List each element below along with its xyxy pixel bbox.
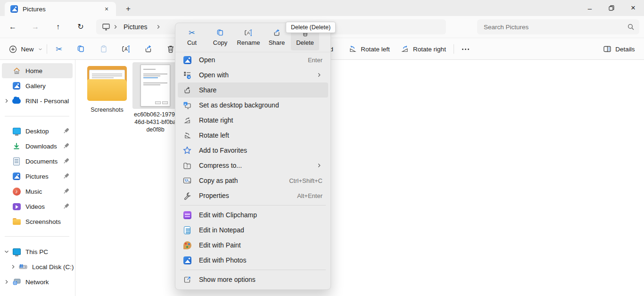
close-button[interactable]: × — [622, 0, 644, 16]
toolbar-separator — [47, 44, 47, 54]
context-menu-item-rotate-left[interactable]: Rotate left — [178, 128, 328, 143]
forward-button[interactable]: → — [28, 19, 43, 34]
rotate-left-label: Rotate left — [361, 46, 390, 53]
breadcrumb-chevron-icon[interactable] — [155, 24, 162, 30]
new-button-label: New — [21, 46, 33, 53]
rotate-left-icon — [348, 45, 357, 53]
copy-as-path-icon — [183, 176, 191, 185]
explorer-tab[interactable]: Pictures × — [5, 2, 116, 16]
drive-icon — [19, 263, 27, 271]
context-menu-item-edit-with-photos[interactable]: Edit with Photos — [178, 253, 328, 268]
file-label-line: de0f8b — [129, 126, 182, 133]
sidebar-item-music[interactable]: ♪ Music — [2, 184, 73, 199]
rotate-left-icon — [183, 131, 191, 140]
sidebar-item-documents[interactable]: Documents — [2, 154, 73, 169]
context-menu-item-compress-to[interactable]: Compress to... — [178, 158, 328, 173]
tab-close-icon[interactable]: × — [102, 4, 111, 14]
details-label: Details — [615, 46, 635, 53]
context-menu-item-edit-with-clipchamp[interactable]: Edit with Clipchamp — [178, 207, 328, 222]
context-menu-item-edit-with-paint[interactable]: Edit with Paint — [178, 238, 328, 253]
pin-icon — [62, 188, 70, 195]
menu-rename-button[interactable]: A Rename — [234, 25, 263, 50]
folder-label: Screenshots — [84, 106, 130, 114]
sidebar-item-this-pc[interactable]: This PC — [2, 244, 73, 259]
paint-icon — [183, 241, 191, 249]
context-menu-item-share[interactable]: Share — [178, 82, 328, 98]
context-menu: ✂ Cut Copy A Rename Share Delete Open — [175, 23, 331, 290]
sidebar-item-pictures[interactable]: Pictures — [2, 169, 73, 184]
rename-button[interactable]: A — [118, 41, 134, 57]
sidebar-item-home[interactable]: Home — [2, 63, 73, 78]
pin-icon — [62, 203, 70, 210]
context-menu-item-rotate-right[interactable]: Rotate right — [178, 113, 328, 128]
menu-cut-button[interactable]: ✂ Cut — [178, 25, 206, 50]
desktop-background-icon — [183, 101, 191, 109]
rotate-right-button[interactable]: Rotate right — [397, 41, 449, 57]
context-menu-item-copy-as-path[interactable]: Copy as path Ctrl+Shift+C — [178, 173, 328, 188]
breadcrumb-pictures[interactable]: Pictures — [121, 23, 150, 31]
sidebar-item-screenshots[interactable]: Screenshots — [2, 214, 73, 229]
chevron-right-icon — [10, 263, 17, 270]
folder-tile-screenshots[interactable]: Screenshots — [84, 66, 130, 114]
network-icon — [12, 278, 21, 286]
file-label-line: ec60b062-1979- — [129, 111, 182, 118]
pictures-tab-icon — [10, 5, 18, 13]
sidebar-item-gallery[interactable]: Gallery — [2, 78, 73, 93]
breadcrumb-chevron-icon — [112, 24, 119, 30]
share-icon — [144, 45, 153, 53]
context-menu-item-open[interactable]: Open Enter — [178, 52, 328, 67]
sidebar-item-desktop[interactable]: Desktop — [2, 123, 73, 139]
restore-button[interactable] — [601, 0, 622, 16]
context-menu-item-show-more-options[interactable]: Show more options — [178, 272, 328, 287]
search-box — [477, 19, 639, 34]
new-tab-button[interactable]: + — [123, 3, 134, 15]
menu-copy-button[interactable]: Copy — [206, 25, 234, 50]
search-input[interactable] — [484, 24, 627, 31]
share-button[interactable] — [140, 41, 157, 57]
rotate-right-label: Rotate right — [413, 46, 446, 53]
more-options-button[interactable] — [458, 41, 472, 57]
chevron-down-icon — [3, 248, 10, 255]
file-tile-image[interactable]: ec60b062-1979- 46d-b431-bf0ba de0f8b — [132, 62, 178, 133]
sidebar: Home Gallery RINI - Personal Desktop Dow… — [0, 60, 75, 296]
details-pane-icon — [603, 45, 611, 53]
search-icon[interactable] — [627, 23, 635, 31]
context-menu-item-edit-in-notepad[interactable]: Edit in Notepad — [178, 222, 328, 238]
sidebar-item-local-disk-c[interactable]: Local Disk (C:) — [2, 259, 73, 274]
onedrive-icon — [12, 97, 21, 105]
up-button[interactable]: ↑ — [50, 19, 66, 34]
desktop-icon — [12, 127, 21, 135]
context-menu-item-properties[interactable]: Properties Alt+Enter — [178, 188, 328, 203]
copy-icon — [77, 45, 85, 53]
forward-icon: → — [32, 23, 39, 31]
paste-icon — [99, 45, 108, 53]
context-menu-item-set-as-desktop-background[interactable]: Set as desktop background — [178, 98, 328, 113]
sidebar-item-onedrive[interactable]: RINI - Personal — [2, 93, 73, 108]
sidebar-item-videos[interactable]: Videos — [2, 199, 73, 214]
svg-text:A: A — [124, 47, 128, 52]
properties-icon — [183, 191, 191, 200]
details-button[interactable]: Details — [600, 41, 638, 57]
gallery-icon — [12, 82, 21, 90]
up-icon: ↑ — [56, 23, 60, 31]
file-label-line: 46d-b431-bf0ba — [129, 118, 182, 126]
sidebar-item-network[interactable]: Network — [2, 274, 73, 289]
back-button[interactable]: ← — [5, 19, 20, 34]
favorites-star-icon — [183, 146, 191, 155]
paste-button[interactable] — [96, 41, 112, 57]
cut-button[interactable]: ✂ — [51, 41, 67, 57]
rename-icon: A — [122, 45, 131, 53]
chevron-down-icon — [38, 47, 43, 52]
refresh-button[interactable]: ↻ — [73, 19, 88, 34]
context-menu-item-add-to-favorites[interactable]: Add to Favorites — [178, 143, 328, 158]
open-with-icon — [183, 71, 191, 79]
sidebar-item-downloads[interactable]: Downloads — [2, 139, 73, 154]
minimize-button[interactable]: – — [579, 0, 601, 16]
rotate-left-button[interactable]: Rotate left — [346, 41, 393, 57]
file-list: Screenshots ec60b062-1979- 46d-b431-bf0b… — [76, 60, 644, 296]
pin-icon — [62, 142, 70, 150]
context-menu-item-open-with[interactable]: Open with — [178, 67, 328, 82]
copy-button[interactable] — [73, 41, 89, 57]
rename-icon: A — [244, 29, 253, 37]
new-button[interactable]: New — [7, 41, 45, 57]
